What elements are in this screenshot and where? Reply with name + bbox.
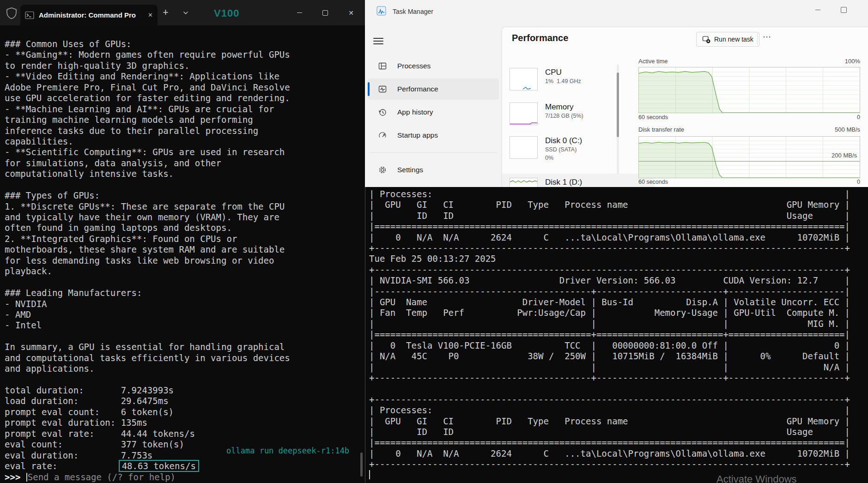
terminal-text-line: - **Video Editing and Rendering**: Appli… <box>5 71 290 82</box>
close-button[interactable]: ✕ <box>338 0 364 25</box>
disk-transfer-chart: 200 MB/s <box>638 136 860 178</box>
disk0-thumbnail-graph <box>510 136 538 159</box>
terminal-tab[interactable]: Administrator: Command Pro ✕ <box>20 5 158 25</box>
terminal-text-line: 1. **Discrete GPUs**: These are separate… <box>5 201 290 212</box>
perf-title-disk1: Disk 1 (D:) <box>545 178 582 187</box>
terminal-text-line: ### Leading Manufacturers: <box>5 288 290 298</box>
terminal-text-line: 2. **Integrated Graphics**: Found on CPU… <box>5 234 290 244</box>
terminal-text-line: and typically have their own memory (VRA… <box>5 212 290 223</box>
graph1-max-label: 100% <box>845 58 860 65</box>
terminal-text-line: training machine learning models and per… <box>5 115 290 125</box>
gear-icon <box>378 165 387 175</box>
terminal-output: ### Common Uses of GPUs:- **Gaming**: Mo… <box>5 39 290 483</box>
graph2-title: Disk transfer rate <box>638 126 684 133</box>
graph2-x-left: 60 seconds <box>638 179 668 185</box>
terminal-text-line: motherboards, these share system RAM and… <box>5 244 290 255</box>
tm-minimize-button[interactable] <box>805 0 831 19</box>
terminal-text-line: to render high-quality 3D graphics. <box>5 60 290 71</box>
terminal-text-line <box>5 374 290 385</box>
sidebar-item-settings[interactable]: Settings <box>368 159 499 181</box>
memory-stats: 7/128 GB (5%) <box>545 112 583 120</box>
sidebar-item-processes[interactable]: Processes <box>368 55 499 77</box>
window-title: Task Manager <box>393 8 433 15</box>
cpu-thumbnail-graph <box>510 68 538 91</box>
sidebar-separator <box>370 152 497 153</box>
terminal-text-line: ### Types of GPUs: <box>5 190 290 201</box>
terminal-text-line: In summary, a GPU is essential for handl… <box>5 342 290 352</box>
perf-item-cpu[interactable]: CPU 1% 1.49 GHz <box>510 68 581 91</box>
stat-line: prompt eval rate: 44.44 tokens/s <box>5 429 290 439</box>
terminal-text-line: use GPU acceleration for faster editing … <box>5 93 290 103</box>
tab-dropdown-icon[interactable] <box>183 11 188 15</box>
menu-toggle-icon[interactable] <box>373 36 383 46</box>
terminal-text-line: - NVIDIA <box>5 299 290 309</box>
perf-item-memory[interactable]: Memory 7/128 GB (5%) <box>510 103 583 125</box>
terminal-text-line: for simulations, data analysis, and othe… <box>5 158 290 169</box>
terminal-text-line: for less demanding tasks like web browsi… <box>5 255 290 266</box>
graph2-max-label: 500 MB/s <box>835 126 860 133</box>
disk0-type: SSD (SATA) <box>545 145 582 154</box>
page-title: Performance <box>512 33 568 43</box>
tab-close-icon[interactable]: ✕ <box>148 12 153 18</box>
graph2-x-right: 0 <box>857 179 860 185</box>
terminal-text-line <box>5 180 290 190</box>
eval-rate-highlight-box: 48.63 tokens/s <box>119 460 199 472</box>
terminal-text-line: - **Gaming**: Modern games often require… <box>5 49 290 60</box>
terminal-window: Administrator: Command Pro ✕ + V100 ✕ ##… <box>0 0 365 483</box>
terminal-cursor <box>369 470 370 479</box>
terminal-titlebar[interactable]: Administrator: Command Pro ✕ + V100 ✕ <box>0 0 365 25</box>
command-prompt-icon <box>25 11 34 19</box>
minimize-button[interactable] <box>286 0 312 25</box>
activate-windows-watermark: Activate Windows <box>716 473 797 483</box>
sidebar-item-app-history[interactable]: App history <box>368 102 499 123</box>
terminal-text-line: inference tasks due to their parallel pr… <box>5 126 290 136</box>
app-history-icon <box>378 108 387 117</box>
perf-list-scrollbar-thumb[interactable] <box>617 72 619 137</box>
task-manager-window: Task Manager Processes <box>365 0 868 187</box>
toolbar-divider <box>757 33 758 45</box>
terminal-text-line: - **Machine Learning and AI**: GPUs are … <box>5 104 290 115</box>
new-tab-button[interactable]: + <box>163 6 169 18</box>
maximize-button[interactable] <box>312 0 338 25</box>
task-manager-icon <box>376 6 386 16</box>
stat-line: prompt eval duration: 135ms <box>5 417 290 428</box>
terminal-cursor <box>26 473 27 482</box>
terminal-text-line: ### Common Uses of GPUs: <box>5 39 290 49</box>
run-new-task-icon <box>702 35 710 43</box>
perf-item-disk1[interactable]: Disk 1 (D:) <box>510 178 582 187</box>
terminal-text-line: - Intel <box>5 320 290 331</box>
gpu-terminal-window: | Processes: | | GPU GI CI PID Type Proc… <box>365 187 868 483</box>
terminal-text-line <box>5 331 290 342</box>
processes-icon <box>378 61 387 71</box>
sidebar-item-startup-apps[interactable]: Startup apps <box>368 125 499 146</box>
terminal-text-line: - **Scientific Computing**: GPUs are use… <box>5 147 290 157</box>
graph1-title: Active time <box>638 58 668 65</box>
tab-title: Administrator: Command Pro <box>39 11 144 19</box>
tm-maximize-button[interactable] <box>831 0 856 19</box>
run-new-task-button[interactable]: Run new task <box>696 32 759 47</box>
terminal-prompt[interactable]: >>> Send a message (/? for help) <box>5 472 290 483</box>
terminal-text-line: and computational tasks efficiently in v… <box>5 353 290 363</box>
performance-icon <box>378 85 387 94</box>
more-options-icon[interactable]: ⋯ <box>761 32 773 42</box>
memory-thumbnail-graph <box>510 103 538 125</box>
selected-accent-bar <box>368 82 370 96</box>
run-new-task-label: Run new task <box>714 36 753 43</box>
terminal-text-line: playback. <box>5 266 290 277</box>
admin-shield-icon <box>6 7 18 20</box>
disk1-thumbnail-graph <box>510 178 538 187</box>
gpu-model-label: V100 <box>214 7 239 19</box>
perf-title-disk0: Disk 0 (C:) <box>545 136 582 145</box>
graph2-mid-label: 200 MB/s <box>832 152 857 159</box>
stat-line: eval rate: 48.63 tokens/s <box>5 461 290 471</box>
perf-item-disk0[interactable]: Disk 0 (C:) SSD (SATA) 0% <box>510 136 582 162</box>
terminal-scrollbar[interactable] <box>360 453 363 477</box>
terminal-text-line: and applications. <box>5 363 290 374</box>
terminal-text-line: Adobe Premiere Pro, Final Cut Pro, and D… <box>5 82 290 93</box>
sidebar-item-performance[interactable]: Performance <box>368 78 499 100</box>
task-manager-titlebar[interactable]: Task Manager <box>365 0 868 22</box>
disk0-usage: 0% <box>545 154 582 162</box>
performance-panel: Performance Run new task ⋯ <box>502 27 868 187</box>
cpu-stats: 1% 1.49 GHz <box>545 77 581 85</box>
perf-title-memory: Memory <box>545 103 583 112</box>
